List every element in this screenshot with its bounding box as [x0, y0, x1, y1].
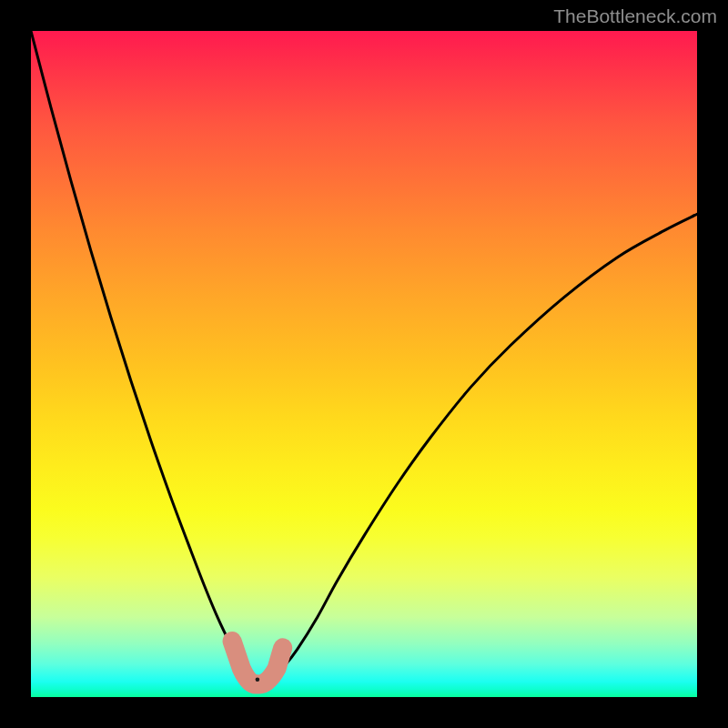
plot-area — [31, 31, 697, 697]
bottom-stripe — [31, 682, 697, 697]
background-gradient — [31, 31, 697, 697]
watermark-text: TheBottleneck.com — [553, 5, 717, 27]
chart-frame: TheBottleneck.com — [0, 0, 728, 728]
